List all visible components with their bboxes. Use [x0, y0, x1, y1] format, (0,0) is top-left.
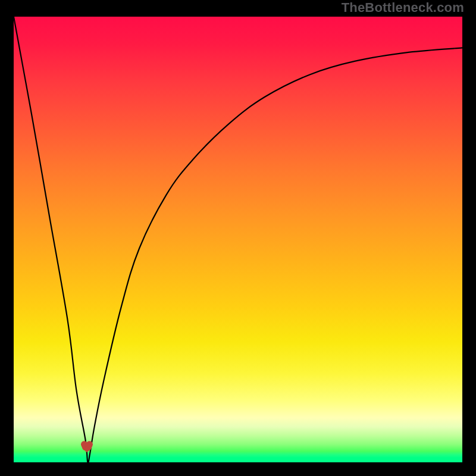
watermark-text: TheBottleneck.com — [342, 0, 464, 15]
plot-area — [14, 17, 462, 462]
chart-frame — [12, 15, 464, 464]
sweet-spot-heart-icon — [80, 441, 93, 453]
bottleneck-curve — [14, 17, 462, 462]
